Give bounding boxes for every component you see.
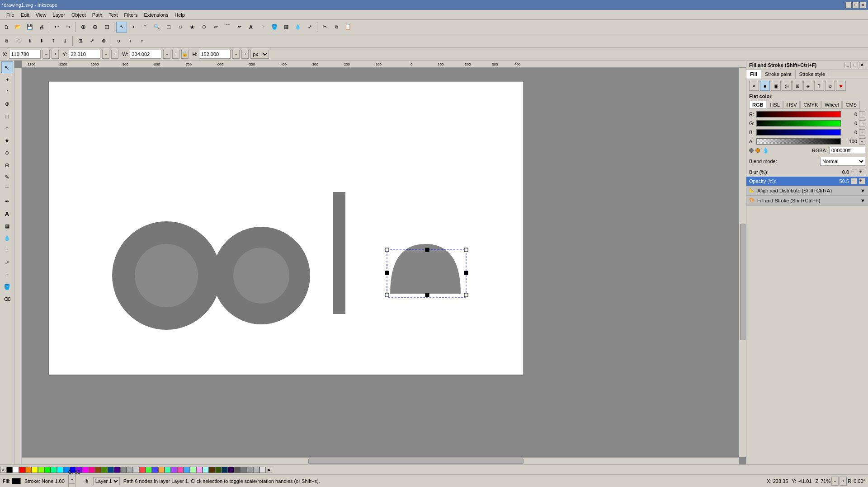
redo-button[interactable]: ↪ (63, 22, 74, 33)
copy-button[interactable]: ⧉ (331, 22, 342, 33)
zoom-inc-btn[interactable]: + (840, 477, 847, 486)
fill-tool-left[interactable]: 🪣 (1, 281, 13, 293)
tab-fill[interactable]: Fill (746, 70, 761, 79)
zoom-tool[interactable]: ⊕ (1, 98, 13, 110)
color-tab-cms[interactable]: CMS (842, 101, 859, 109)
color-tab-wheel[interactable]: Wheel (821, 101, 842, 109)
palette-swatch-lblue[interactable] (152, 467, 158, 473)
node-tool[interactable]: ✦ (1, 74, 13, 85)
g-slider-container[interactable] (756, 120, 841, 126)
ungroup-button[interactable]: ⬚ (13, 36, 24, 47)
palette-swatch-lgreen[interactable] (146, 467, 152, 473)
palette-scroll-right[interactable]: ▶ (266, 467, 272, 473)
r-slider-container[interactable] (756, 111, 841, 117)
blur-dec-button[interactable]: − (851, 169, 857, 175)
eyedropper-icon[interactable]: 💧 (762, 147, 769, 154)
b-inc-button[interactable]: + (859, 129, 865, 136)
panel-close-button[interactable]: ✕ (859, 62, 865, 68)
b-slider[interactable] (756, 129, 841, 136)
palette-swatch-mlgreen[interactable] (190, 467, 196, 473)
menu-filters[interactable]: Filters (122, 12, 141, 18)
menu-view[interactable]: View (33, 12, 49, 18)
pencil-tool-btn[interactable]: ✏ (210, 22, 221, 33)
palette-swatch-llgray[interactable] (133, 467, 139, 473)
h-inc-button[interactable]: + (241, 50, 249, 59)
palette-swatch-mlgray2[interactable] (253, 467, 259, 473)
palette-swatch-teal[interactable] (51, 467, 57, 473)
r-slider[interactable] (756, 111, 841, 117)
zoom-out-button[interactable]: ⊖ (90, 22, 100, 33)
palette-swatch-lorange[interactable] (158, 467, 165, 473)
palette-swatch-orange[interactable] (25, 467, 32, 473)
palette-swatch-lgray[interactable] (127, 467, 133, 473)
star-tool-btn[interactable]: ★ (187, 22, 198, 33)
fill-pattern-button[interactable]: ◈ (803, 81, 813, 91)
y-inc-button[interactable]: + (111, 50, 118, 59)
fill-linear-button[interactable]: ▣ (771, 81, 781, 91)
raise-button[interactable]: ⬆ (24, 36, 35, 47)
fill-unset-button[interactable]: ⊘ (825, 81, 835, 91)
callig-tool-btn[interactable]: ✒ (234, 22, 245, 33)
x-dec-button[interactable]: − (42, 50, 50, 59)
palette-swatch-msgray[interactable] (247, 467, 253, 473)
rect-tool[interactable]: □ (1, 110, 13, 122)
palette-swatch-green[interactable] (44, 467, 51, 473)
menu-path[interactable]: Path (90, 12, 105, 18)
fill-swatch-button[interactable]: ? (814, 81, 824, 91)
spray-tool-btn[interactable]: ⁘ (257, 22, 268, 33)
zoom-in-button[interactable]: ⊕ (78, 22, 89, 33)
h-dec-button[interactable]: − (232, 50, 240, 59)
rgba-value-input[interactable] (829, 147, 865, 154)
select-tool[interactable]: ↖ (1, 61, 13, 73)
paste-button[interactable]: 📋 (343, 22, 354, 33)
opacity-inc-btn2[interactable]: + (68, 484, 75, 487)
palette-swatch-lcyan[interactable] (184, 467, 190, 473)
transform-button[interactable]: ⤢ (86, 36, 97, 47)
tab-stroke-paint[interactable]: Stroke paint (761, 70, 796, 79)
menu-extensions[interactable]: Extensions (141, 12, 171, 18)
cut-button[interactable]: ✂ (319, 22, 330, 33)
align-distribute-section[interactable]: 📐 Align and Distribute (Shift+Ctrl+A) ▼ (746, 186, 868, 196)
blur-inc-button[interactable]: + (859, 169, 865, 175)
align-button[interactable]: ⊞ (75, 36, 85, 47)
print-button[interactable]: 🖨 (36, 22, 47, 33)
node-tool-btn[interactable]: ✦ (128, 22, 139, 33)
palette-x-button[interactable]: ✕ (0, 467, 6, 473)
menu-help[interactable]: Help (172, 12, 188, 18)
color-curr-dot[interactable] (755, 148, 760, 153)
y-dec-button[interactable]: − (102, 50, 109, 59)
palette-swatch-white[interactable] (13, 467, 19, 473)
gradient-tool-btn[interactable]: ▦ (281, 22, 292, 33)
maximize-button[interactable]: □ (853, 2, 859, 8)
undo-button[interactable]: ↩ (51, 22, 62, 33)
dropper-tool[interactable]: 💧 (1, 232, 13, 244)
menu-text[interactable]: Text (106, 12, 120, 18)
measure-tool[interactable]: ↔ (1, 269, 13, 281)
fill-flat-button[interactable]: ■ (760, 81, 770, 91)
star-tool[interactable]: ★ (1, 135, 13, 146)
palette-swatch-lpink[interactable] (177, 467, 184, 473)
open-button[interactable]: 📂 (13, 22, 24, 33)
zoom-fit-button[interactable]: ⊡ (101, 22, 112, 33)
connector-tool[interactable]: ⤢ (1, 257, 13, 268)
3d-tool-btn[interactable]: ⬡ (198, 22, 209, 33)
text-tool[interactable]: A (1, 208, 13, 220)
menu-layer[interactable]: Layer (50, 12, 68, 18)
palette-swatch-navy[interactable] (108, 467, 114, 473)
palette-swatch-cyan[interactable] (57, 467, 63, 473)
unit-select[interactable]: pxmmcmin (250, 50, 269, 59)
menu-object[interactable]: Object (69, 12, 89, 18)
dropper-tool-btn[interactable]: 💧 (292, 22, 303, 33)
fill-radial-button[interactable]: ◎ (782, 81, 792, 91)
tweak-tool-btn[interactable]: ⌃ (140, 22, 151, 33)
palette-swatch-pink[interactable] (89, 467, 95, 473)
palette-swatch-mgray[interactable] (241, 467, 247, 473)
ellipse-tool-btn[interactable]: ○ (175, 22, 186, 33)
palette-swatch-black[interactable] (6, 467, 13, 473)
menu-file[interactable]: File (4, 12, 17, 18)
scrollbar-bottom[interactable] (22, 457, 739, 464)
palette-swatch-magenta[interactable] (82, 467, 89, 473)
g-inc-button[interactable]: + (859, 120, 865, 126)
y-coord-input[interactable] (69, 50, 100, 59)
palette-swatch-purple[interactable] (114, 467, 120, 473)
